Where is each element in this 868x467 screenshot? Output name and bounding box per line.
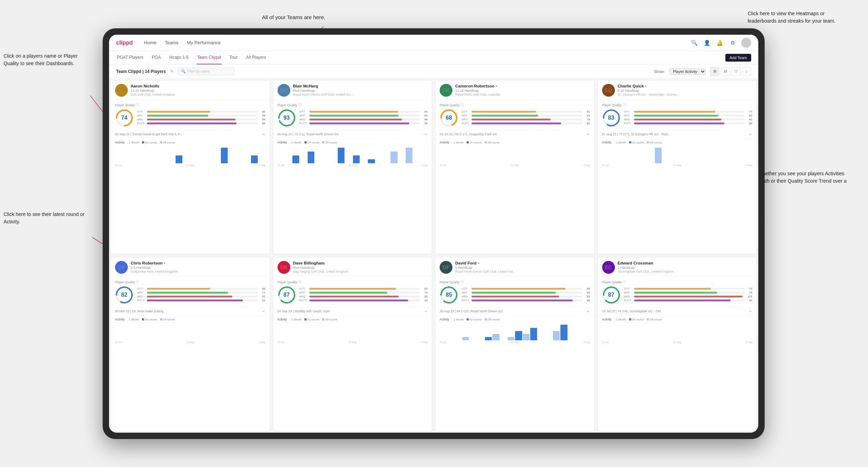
- chart-label: 31 Jul: [602, 341, 609, 343]
- tab-tour[interactable]: Tour: [229, 51, 238, 64]
- legend-dot-on: [304, 318, 307, 320]
- stat-row-app: APP 77: [137, 291, 265, 294]
- search-box[interactable]: 🔍 Filter by name: [178, 68, 234, 75]
- activity-period[interactable]: · 1 Month: [614, 141, 626, 144]
- edit-icon[interactable]: ✎: [170, 69, 173, 74]
- stat-bar-ott: [309, 111, 420, 113]
- player-card[interactable]: DB Dave Billingham Plus Handicap Sag Mag…: [273, 257, 433, 431]
- mini-chart: [602, 146, 753, 163]
- chart-labels: 31 Jul21 Aug4 Sep: [278, 164, 428, 166]
- last-round[interactable]: 02 Sep 23 | Sunset round to get back int…: [111, 130, 270, 139]
- player-card[interactable]: DF David Ford ● 5 Handicap Royal North D…: [435, 257, 595, 431]
- tab-team-clippd[interactable]: Team Clippd: [196, 51, 222, 64]
- player-name[interactable]: Cameron Robertson ●: [455, 84, 590, 88]
- stat-row-arg: ARG 81: [137, 295, 265, 298]
- score-circle[interactable]: 93: [278, 109, 296, 127]
- chart-label: 31 Jul: [440, 341, 446, 343]
- player-card[interactable]: BM Blair McHarg Plus Handicap Royal Nort…: [273, 80, 433, 254]
- score-circle[interactable]: 85: [440, 286, 458, 304]
- player-card[interactable]: AN Aaron Nicholls 11:15 Handicap Drift G…: [110, 80, 270, 254]
- nav-teams[interactable]: Teams: [165, 39, 178, 47]
- player-name[interactable]: Charlie Quick ●: [618, 84, 753, 88]
- stat-value-app: 63: [584, 114, 590, 117]
- tab-all-players[interactable]: All Players: [245, 51, 267, 64]
- legend-off-course: Off course: [322, 318, 337, 321]
- stat-bar-ott: [634, 288, 745, 290]
- player-name[interactable]: Dave Billingham: [293, 261, 428, 265]
- player-card[interactable]: EC Edward Crossman 1 Handicap Sunningdal…: [598, 257, 757, 431]
- stat-bar-ott: [472, 111, 582, 113]
- player-name[interactable]: David Ford ●: [455, 261, 590, 265]
- chart-label: 4 Sep: [259, 341, 265, 343]
- last-round[interactable]: 04 Sep 23 | Mobility with coach, Gym →: [273, 307, 432, 316]
- player-avatar: EC: [602, 261, 615, 274]
- activity-period[interactable]: · 1 Month: [452, 318, 464, 321]
- stat-bar-ott: [472, 288, 582, 290]
- stat-bar-arg: [472, 119, 582, 120]
- add-team-button[interactable]: Add Team: [725, 54, 751, 62]
- avatar[interactable]: [741, 38, 751, 48]
- search-icon[interactable]: 🔍: [690, 39, 698, 47]
- activity-period[interactable]: · 1 Month: [290, 318, 301, 321]
- player-name[interactable]: Chris Robertson ●: [131, 261, 265, 265]
- stat-row-app: APP 80: [624, 114, 753, 117]
- player-card[interactable]: CR Chris Robertson ● 1-5 Handicap Craigm…: [110, 257, 270, 431]
- stat-value-app: 58: [259, 114, 265, 117]
- score-circle[interactable]: 74: [115, 109, 133, 127]
- quality-label: Player Quality ⓘ: [602, 103, 753, 107]
- score-circle[interactable]: 87: [602, 286, 621, 304]
- score-circle[interactable]: 87: [278, 286, 296, 304]
- player-name[interactable]: Blair McHarg: [293, 84, 428, 88]
- stat-row-arg: ARG 75: [462, 118, 590, 121]
- score-circle[interactable]: 68: [440, 109, 458, 127]
- stats-bars: OTT 89 APP 80 ARG 83 PUTT 96: [462, 287, 590, 303]
- stat-bar-ott: [309, 288, 420, 290]
- last-round[interactable]: 02 Jul 23 | 59 (+17), Craigmillar Park G…: [435, 130, 594, 139]
- tab-hcaps[interactable]: Hcaps 1-5: [169, 51, 189, 64]
- legend-label-off: Off course: [325, 318, 337, 321]
- legend-dot-on: [629, 318, 631, 320]
- quality-label: Player Quality ⓘ: [602, 280, 753, 284]
- activity-period[interactable]: · 1 Month: [127, 141, 139, 144]
- last-round[interactable]: 07 Aug 23 | 77 (+7), St George's Hill GC…: [598, 130, 757, 139]
- last-round-text: 07 Aug 23 | 77 (+7), St George's Hill GC…: [602, 132, 747, 136]
- stat-bar-app: [309, 115, 420, 116]
- activity-period[interactable]: · 1 Month: [127, 318, 139, 321]
- player-quality-section: Player Quality ⓘ 82 OTT 60 APP 77: [111, 277, 270, 307]
- legend-label-off: Off course: [163, 141, 175, 144]
- settings-icon[interactable]: ⚙: [729, 39, 736, 47]
- last-round[interactable]: 05 Mar 23 | 19, Must make putting →: [111, 307, 270, 316]
- last-round[interactable]: 26 Aug 23 | 73 (+1), Royal North Devon G…: [273, 130, 432, 139]
- tab-pga[interactable]: PGA: [151, 51, 161, 64]
- show-select[interactable]: Player Activity: [669, 68, 706, 75]
- legend-off-course: Off course: [647, 141, 662, 144]
- player-avatar: CQ: [602, 84, 615, 97]
- tab-pgat[interactable]: PGAT Players: [116, 51, 144, 64]
- list-view-btn[interactable]: ⊟: [721, 67, 730, 76]
- activity-period[interactable]: · 1 Month: [290, 141, 301, 144]
- player-avatar: CR: [440, 84, 452, 97]
- stat-row-arg: ARG 84: [137, 118, 265, 121]
- player-card[interactable]: CR Cameron Robertson ● 11:15 Handicap Ro…: [435, 80, 595, 254]
- chart-label: 21 Aug: [349, 164, 356, 166]
- info-icon: ⓘ: [136, 280, 139, 284]
- grid-view-btn[interactable]: ⊞: [710, 67, 719, 76]
- bell-icon[interactable]: 🔔: [716, 39, 724, 47]
- activity-period[interactable]: · 1 Month: [614, 318, 626, 321]
- stat-label-arg: ARG: [137, 118, 145, 121]
- score-circle[interactable]: 83: [602, 109, 621, 127]
- filter-view-btn[interactable]: ▽: [731, 67, 741, 76]
- last-round[interactable]: 18 Jul 23 | 74 (+4), Sunningdale GC - Ol…: [598, 307, 757, 316]
- user-icon[interactable]: 👤: [703, 39, 711, 47]
- player-card[interactable]: CQ Charlie Quick ● 6:10 Handicap St. Geo…: [598, 80, 757, 254]
- score-circle[interactable]: 82: [115, 286, 133, 304]
- activity-period[interactable]: · 1 Month: [452, 141, 464, 144]
- chart-label: 31 Jul: [440, 164, 446, 166]
- sort-btn[interactable]: ↕: [742, 67, 751, 76]
- nav-home[interactable]: Home: [144, 39, 156, 47]
- player-name[interactable]: Edward Crossman: [618, 261, 753, 265]
- nav-my-performance[interactable]: My Performance: [187, 39, 221, 47]
- player-name[interactable]: Aaron Nicholls: [131, 84, 265, 88]
- last-round[interactable]: 26 Aug 23 | 84 (+12), Royal North Devon …: [435, 307, 594, 316]
- legend-dot-off: [322, 141, 324, 143]
